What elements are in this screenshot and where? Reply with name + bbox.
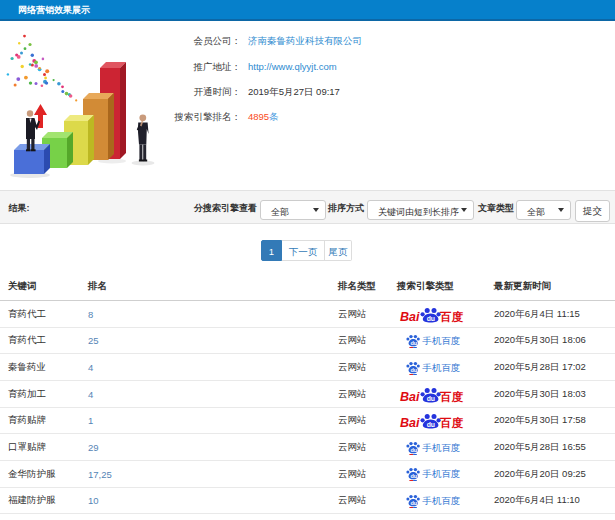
svg-text:du: du — [410, 367, 417, 373]
svg-text:du: du — [410, 340, 417, 346]
svg-text:du: du — [427, 422, 435, 429]
svg-text:du: du — [410, 473, 417, 479]
svg-text:du: du — [427, 315, 435, 322]
svg-text:Bai: Bai — [400, 416, 420, 429]
svg-text:百度: 百度 — [439, 390, 464, 403]
svg-text:Bai: Bai — [400, 390, 420, 403]
svg-text:百度: 百度 — [439, 416, 464, 429]
svg-text:du: du — [427, 395, 435, 402]
svg-text:百度: 百度 — [439, 310, 464, 323]
svg-text:Bai: Bai — [400, 310, 420, 323]
svg-text:du: du — [410, 500, 417, 506]
svg-text:du: du — [410, 447, 417, 453]
